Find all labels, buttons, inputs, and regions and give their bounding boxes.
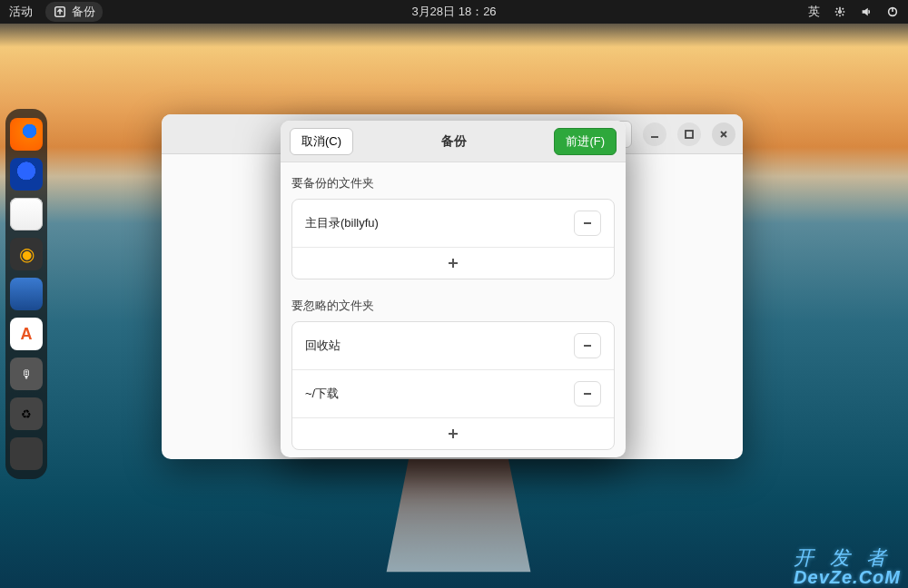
network-icon[interactable] [833, 5, 846, 19]
dock-firefox[interactable] [10, 118, 43, 151]
forward-button[interactable]: 前进(F) [554, 128, 617, 155]
watermark: 开 发 者 DevZe.CoM [794, 548, 901, 586]
volume-icon[interactable] [859, 5, 873, 19]
minus-icon [581, 217, 594, 230]
dock-libreoffice-writer[interactable] [10, 278, 43, 310]
dock-rhythmbox[interactable]: ◉ [10, 238, 43, 270]
dock-thunderbird[interactable] [10, 158, 43, 191]
svg-rect-3 [686, 131, 693, 138]
remove-exclude-folder-button[interactable] [574, 381, 601, 407]
minus-icon [581, 339, 594, 352]
exclude-folder-row: 回收站 [292, 322, 614, 370]
add-include-folder-button[interactable] [292, 248, 614, 279]
plus-icon [447, 257, 459, 270]
dock-recorder[interactable]: 🎙 [10, 358, 43, 390]
topbar-app-label: 备份 [72, 4, 95, 20]
dialog-header: 取消(C) 备份 前进(F) [281, 121, 626, 162]
exclude-folder-label: ~/下载 [305, 386, 339, 402]
dialog-title: 备份 [353, 133, 554, 150]
remove-exclude-folder-button[interactable] [574, 333, 601, 358]
dock-files[interactable] [10, 198, 43, 230]
exclude-folder-label: 回收站 [305, 338, 340, 354]
plus-icon [447, 427, 459, 440]
cancel-button[interactable]: 取消(C) [290, 128, 353, 155]
add-exclude-folder-button[interactable] [292, 418, 614, 449]
ime-indicator[interactable]: 英 [808, 4, 820, 20]
exclude-section-label: 要忽略的文件夹 [291, 298, 615, 314]
minimize-button[interactable] [643, 122, 666, 146]
minus-icon [581, 387, 594, 400]
maximize-button[interactable] [677, 122, 701, 146]
watermark-line1: 开 发 者 [794, 548, 901, 568]
exclude-folder-list: 回收站 ~/下载 [291, 321, 615, 450]
dock-app-grid[interactable] [10, 437, 43, 470]
activities-button[interactable]: 活动 [9, 4, 33, 20]
svg-point-1 [838, 11, 841, 14]
topbar-app-menu[interactable]: 备份 [45, 2, 103, 22]
backup-dialog: 取消(C) 备份 前进(F) 要备份的文件夹 主目录(billyfu) 要忽略的… [281, 121, 626, 457]
dialog-body: 要备份的文件夹 主目录(billyfu) 要忽略的文件夹 回收站 ~/下载 [281, 162, 626, 457]
include-folder-row: 主目录(billyfu) [292, 200, 614, 248]
clock[interactable]: 3月28日 18：26 [411, 4, 496, 20]
backup-app-icon [53, 5, 66, 19]
close-button[interactable] [712, 122, 735, 146]
top-bar: 活动 备份 3月28日 18：26 英 [0, 0, 908, 24]
exclude-folder-row: ~/下载 [292, 370, 614, 418]
dock-trash[interactable]: ♻ [10, 397, 43, 430]
include-section-label: 要备份的文件夹 [291, 175, 615, 191]
dock-software-store[interactable] [10, 318, 43, 350]
include-folder-list: 主目录(billyfu) [291, 199, 615, 279]
include-folder-label: 主目录(billyfu) [305, 215, 379, 231]
remove-include-folder-button[interactable] [574, 211, 601, 236]
watermark-line2: DevZe.CoM [794, 568, 901, 586]
power-icon[interactable] [885, 5, 899, 19]
dock: ◉ 🎙 ♻ [5, 109, 47, 479]
